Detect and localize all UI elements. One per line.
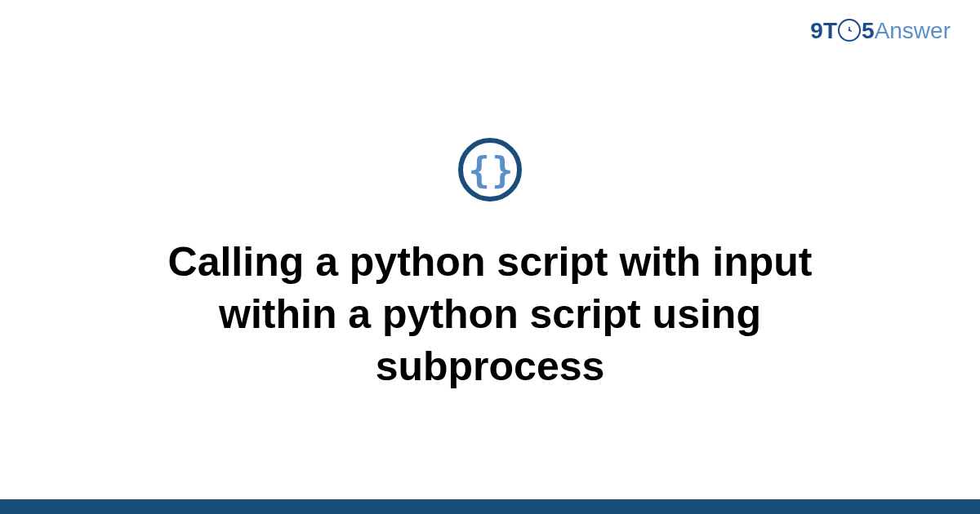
code-braces-icon: {}	[469, 149, 512, 191]
page-title: Calling a python script with input withi…	[82, 236, 898, 392]
brace-right: }	[492, 149, 512, 191]
main-content: {} Calling a python script with input wi…	[0, 0, 980, 514]
category-icon-circle: {}	[458, 138, 522, 202]
brace-left: {	[469, 149, 489, 191]
footer-accent-bar	[0, 499, 980, 514]
